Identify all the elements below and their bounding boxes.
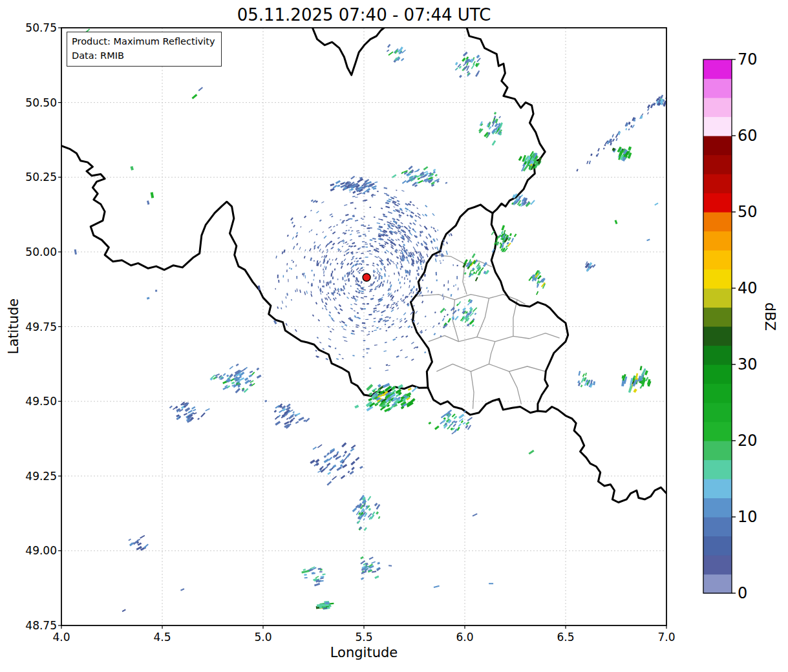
- x-axis-label: Longitude: [61, 645, 666, 660]
- x-tick-label: 4.0: [41, 631, 82, 644]
- colorbar-tick-label: 40: [738, 278, 776, 298]
- radar-figure: 05.11.2025 07:40 - 07:44 UTC Product: Ma…: [0, 0, 788, 672]
- product-line: Product: Maximum Reflectivity: [72, 34, 215, 48]
- y-tick-label: 48.75: [6, 620, 57, 631]
- colorbar-tick-label: 20: [738, 431, 776, 450]
- product-info-box: Product: Maximum Reflectivity Data: RMIB: [67, 32, 222, 67]
- colorbar-label: dBZ: [760, 291, 778, 342]
- radar-site-marker: [363, 273, 370, 281]
- y-tick-label: 49.25: [6, 470, 57, 482]
- y-tick-label: 50.25: [6, 171, 57, 183]
- x-tick-label: 4.5: [142, 631, 183, 644]
- y-tick-label: 49.50: [6, 395, 57, 407]
- x-tick-label: 5.5: [343, 631, 385, 644]
- colorbar-tick-label: 60: [738, 126, 776, 145]
- y-tick-label: 50.50: [6, 97, 57, 109]
- colorbar-tick-label: 70: [738, 50, 776, 69]
- page-title: 05.11.2025 07:40 - 07:44 UTC: [61, 4, 666, 26]
- y-tick-label: 49.00: [6, 545, 57, 556]
- colorbar-tick-label: 0: [738, 583, 776, 603]
- x-tick-label: 5.0: [242, 631, 284, 644]
- y-tick-label: 50.75: [6, 22, 57, 34]
- y-tick-label: 49.75: [6, 321, 57, 333]
- x-tick-label: 7.0: [646, 631, 687, 644]
- colorbar-tick-label: 30: [738, 355, 776, 374]
- y-tick-label: 50.00: [6, 246, 57, 258]
- x-tick-label: 6.5: [545, 631, 586, 644]
- colorbar-tick-label: 10: [738, 507, 776, 527]
- data-source-line: Data: RMIB: [72, 48, 215, 63]
- x-tick-label: 6.0: [444, 631, 485, 644]
- colorbar-tick-label: 50: [738, 202, 776, 222]
- map-canvas: [0, 0, 788, 672]
